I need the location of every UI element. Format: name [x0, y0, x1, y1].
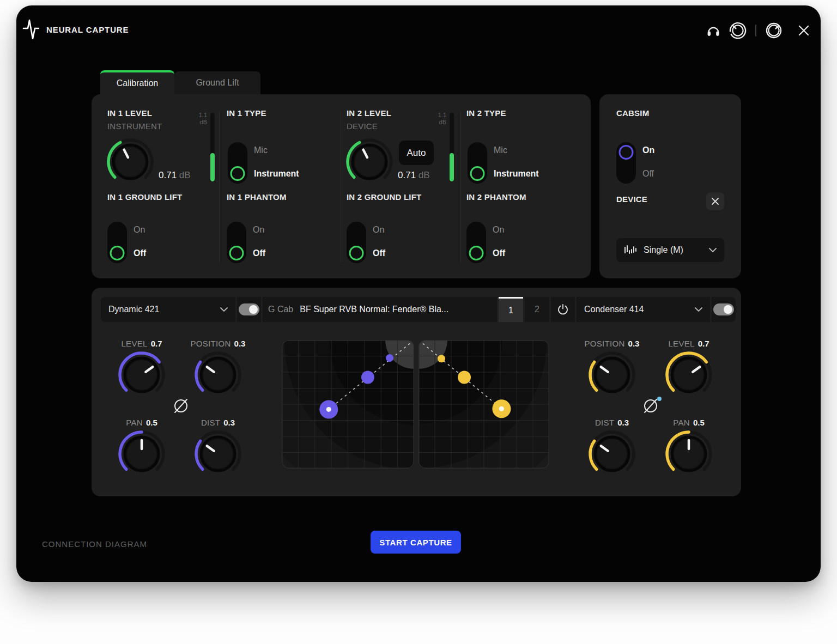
column-divider — [219, 112, 220, 262]
tab-calibration[interactable]: Calibration — [100, 70, 174, 94]
in1-ground-on[interactable]: On — [134, 224, 146, 236]
modified-indicator-dot — [657, 397, 662, 401]
mic2-dropdown[interactable]: Condenser 414 — [577, 297, 710, 322]
capture-panel: Dynamic 421 G Cab BF Super RVB Normal: F… — [92, 288, 741, 496]
in1-ground-off[interactable]: Off — [134, 247, 146, 259]
left-position-knob[interactable] — [193, 350, 242, 399]
in2-phantom-title: IN 2 PHANTOM — [466, 192, 526, 202]
in2-phantom-off[interactable]: Off — [493, 247, 505, 259]
close-icon[interactable] — [796, 22, 812, 39]
mic1-enable-toggle[interactable] — [239, 303, 259, 315]
in1-phantom-toggle[interactable]: On Off — [227, 222, 265, 263]
phase-icon — [171, 396, 191, 415]
left-phase-button[interactable] — [171, 396, 191, 417]
in2-type-option-instrument[interactable]: Instrument — [494, 168, 539, 180]
neural-dsp-logo — [22, 14, 40, 42]
auto-button[interactable]: Auto — [399, 141, 434, 165]
right-dist-knob[interactable] — [587, 429, 636, 478]
in2-ground-lift-toggle[interactable]: On Off — [347, 222, 385, 263]
right-pan-label: PAN0.5 — [673, 418, 705, 427]
in2-meter-label: 1.1dB — [428, 112, 446, 126]
app-title: NEURAL CAPTURE — [46, 25, 129, 34]
right-level-knob[interactable] — [664, 350, 713, 399]
cab-prefix: G Cab — [268, 305, 293, 314]
output-level-knob-icon[interactable] — [765, 21, 783, 40]
left-level-label: LEVEL0.7 — [121, 339, 162, 348]
in2-type-title: IN 2 TYPE — [466, 108, 506, 118]
right-pan-knob[interactable] — [664, 429, 713, 478]
tab-ground-lift[interactable]: Ground Lift — [174, 71, 260, 94]
page-tab-1[interactable]: 1 — [499, 297, 523, 322]
cab-selector[interactable]: G Cab BF Super RVB Normal: Fender® Bla..… — [263, 297, 497, 322]
column-divider — [460, 112, 461, 262]
right-phase-button[interactable] — [641, 396, 663, 417]
cabsim-toggle[interactable]: On Off — [616, 142, 654, 184]
mic2-toggle-segment — [712, 297, 736, 322]
device-clear-button[interactable] — [706, 192, 724, 210]
in1-level-title: IN 1 LEVEL — [107, 108, 152, 118]
page-tab-2[interactable]: 2 — [525, 297, 549, 322]
device-dropdown[interactable]: Single (M) — [616, 238, 724, 262]
in2-phantom-toggle[interactable]: On Off — [466, 222, 505, 263]
in2-ground-off[interactable]: Off — [373, 247, 385, 259]
in2-level-meter — [450, 113, 454, 181]
in2-ground-lift-title: IN 2 GROUND LIFT — [347, 192, 421, 202]
input-level-knob-icon[interactable] — [729, 21, 747, 40]
in1-ground-lift-title: IN 1 GROUND LIFT — [107, 192, 182, 202]
mic2-name: Condenser 414 — [584, 305, 695, 314]
in2-type-option-mic[interactable]: Mic — [494, 144, 539, 156]
left-dist-label: DIST0.3 — [201, 418, 235, 427]
in1-phantom-off[interactable]: Off — [253, 247, 265, 259]
in2-level-value: 0.71 dB — [398, 170, 430, 181]
right-dist-label: DIST0.3 — [595, 418, 629, 427]
in1-level-knob[interactable] — [106, 137, 155, 186]
right-level-label: LEVEL0.7 — [668, 339, 709, 348]
left-level-knob[interactable] — [117, 350, 166, 399]
titlebar-divider — [755, 25, 756, 37]
in2-ground-on[interactable]: On — [373, 224, 385, 236]
impulse-response-icon — [624, 244, 637, 256]
in1-type-title: IN 1 TYPE — [227, 108, 266, 118]
chevron-down-icon — [709, 248, 717, 252]
clear-x-icon — [711, 197, 719, 205]
in2-level-subtitle: DEVICE — [347, 121, 378, 131]
phase-icon-modified — [641, 396, 663, 415]
mic2-enable-toggle[interactable] — [713, 303, 734, 315]
left-dist-knob[interactable] — [193, 429, 242, 478]
in2-type-toggle[interactable]: Mic Instrument — [468, 142, 539, 184]
right-position-label: POSITION0.3 — [585, 339, 640, 348]
in1-type-option-instrument[interactable]: Instrument — [254, 168, 299, 180]
mic1-toggle-segment — [237, 297, 261, 322]
column-divider — [341, 112, 341, 262]
in1-type-toggle[interactable]: Mic Instrument — [228, 142, 299, 184]
right-position-knob[interactable] — [587, 350, 636, 399]
in1-phantom-on[interactable]: On — [253, 224, 265, 236]
cabsim-off[interactable]: Off — [642, 168, 654, 180]
in1-ground-lift-toggle[interactable]: On Off — [107, 222, 146, 263]
connection-diagram-link[interactable]: CONNECTION DIAGRAM — [42, 539, 147, 549]
in2-level-title: IN 2 LEVEL — [347, 108, 391, 118]
cabsim-panel: CABSIM On Off DEVICE Single (M) — [599, 94, 741, 278]
app-window: NEURAL CAPTURE Calibration Ground Lift — [16, 5, 821, 582]
device-dropdown-value: Single (M) — [644, 245, 702, 255]
mic1-name: Dynamic 421 — [108, 305, 220, 314]
in2-level-knob[interactable] — [345, 137, 394, 186]
mic1-dropdown[interactable]: Dynamic 421 — [101, 297, 235, 322]
in1-meter-label: 1.1dB — [189, 112, 207, 126]
headphones-icon[interactable] — [706, 24, 720, 37]
mic2-position-pad[interactable] — [418, 340, 549, 469]
mic1-position-pad[interactable] — [282, 340, 414, 469]
calibration-panel: IN 1 LEVEL INSTRUMENT 0.71 dB 1.1dB IN 1… — [92, 94, 591, 278]
left-pan-knob[interactable] — [117, 429, 166, 478]
cab-name: BF Super RVB Normal: Fender® Bla... — [300, 305, 448, 314]
chevron-down-icon — [220, 307, 228, 312]
in1-level-value: 0.71 dB — [159, 170, 191, 181]
power-button[interactable] — [551, 297, 575, 322]
start-capture-button[interactable]: START CAPTURE — [371, 531, 461, 554]
device-label: DEVICE — [616, 195, 647, 204]
cabsim-on[interactable]: On — [642, 144, 654, 156]
in2-phantom-on[interactable]: On — [493, 224, 505, 236]
left-pan-label: PAN0.5 — [126, 418, 157, 427]
cabsim-title: CABSIM — [616, 108, 649, 118]
in1-type-option-mic[interactable]: Mic — [254, 144, 299, 156]
